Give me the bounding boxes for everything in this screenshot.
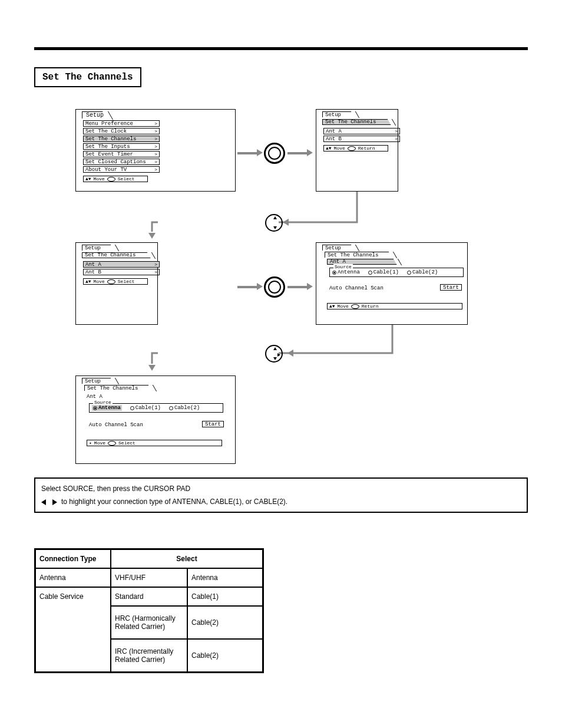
hint-bar: ▲▼MoveSelect bbox=[83, 278, 148, 285]
panel-channels-ants: Setup Set The Channels Ant A> Ant B> ▲▼M… bbox=[75, 242, 158, 325]
select-button-icon bbox=[264, 143, 285, 164]
right-arrow-icon bbox=[52, 499, 57, 505]
hint-bar: ▲▼MoveReturn bbox=[323, 145, 388, 151]
menu-item[interactable]: Ant A> bbox=[323, 128, 400, 134]
section-heading: Set The Channels bbox=[34, 67, 141, 87]
select-button-icon bbox=[264, 276, 285, 298]
source-radio-group[interactable]: Source Antenna Cable(1) Cable(2) bbox=[329, 268, 464, 277]
hint-bar: ▲▼MoveReturn bbox=[327, 303, 462, 309]
flow-diagram: Setup Menu Preference> Set The Clock> Se… bbox=[75, 109, 476, 475]
instruction-box: Select SOURCE, then press the CURSOR PAD… bbox=[34, 477, 528, 513]
connection-type-table: Connection Type Select Antenna VHF/UHF A… bbox=[34, 548, 264, 673]
start-button[interactable]: Start bbox=[202, 421, 224, 427]
menu-item-selected[interactable]: Ant A> bbox=[83, 261, 160, 268]
dpad-icon bbox=[265, 345, 283, 363]
ant-a-label: Ant A bbox=[87, 394, 103, 400]
auto-scan-label: Auto Channel Scan bbox=[329, 285, 384, 291]
hint-bar: ✦MoveSelect bbox=[87, 440, 222, 446]
table-cell: IRC (Incrementally Related Carrier) bbox=[111, 639, 187, 672]
left-arrow-icon bbox=[41, 499, 46, 505]
panel-tab: Setup bbox=[82, 111, 108, 118]
menu-item[interactable]: Set The Clock> bbox=[83, 128, 160, 134]
instruction-text: Select SOURCE, then press the CURSOR PAD bbox=[41, 485, 190, 493]
table-header: Select bbox=[111, 549, 263, 568]
menu-item[interactable]: Ant B> bbox=[323, 136, 400, 142]
menu-item-selected[interactable]: Set The Channels> bbox=[83, 136, 160, 142]
page-rule bbox=[34, 47, 528, 50]
table-cell: Cable(1) bbox=[187, 587, 263, 606]
panel-set-channels: Setup Set The Channels Ant A> Ant B> ▲▼M… bbox=[316, 109, 398, 192]
menu-item[interactable]: Ant B> bbox=[83, 269, 160, 275]
dpad-icon bbox=[265, 214, 283, 232]
instruction-text: to highlight your connection type of ANT… bbox=[61, 498, 287, 506]
table-cell: Cable(2) bbox=[187, 606, 263, 639]
source-radio-group[interactable]: Source Antenna Cable(1) Cable(2) bbox=[89, 403, 223, 413]
panel-ant-a-source-selected: Setup Set The Channels Ant A Source Ante… bbox=[75, 375, 236, 464]
table-cell: Cable Service bbox=[35, 587, 111, 672]
menu-item[interactable]: Set Closed Captions> bbox=[83, 159, 160, 165]
menu-item[interactable]: Set Event Timer> bbox=[83, 151, 160, 157]
menu-item[interactable]: About Your TV> bbox=[83, 166, 160, 173]
auto-scan-label: Auto Channel Scan bbox=[89, 422, 143, 428]
start-button[interactable]: Start bbox=[440, 284, 462, 291]
table-cell: Antenna bbox=[187, 568, 263, 587]
table-cell: Cable(2) bbox=[187, 639, 263, 672]
menu-item[interactable]: Set The Inputs> bbox=[83, 143, 160, 150]
table-cell: Antenna bbox=[35, 568, 111, 587]
panel-ant-a-source: Setup Set The Channels Ant A Source Ante… bbox=[316, 242, 468, 325]
table-cell: Standard bbox=[111, 587, 187, 606]
table-cell: VHF/UHF bbox=[111, 568, 187, 587]
panel-setup-main: Setup Menu Preference> Set The Clock> Se… bbox=[75, 109, 236, 192]
menu-item[interactable]: Menu Preference> bbox=[83, 120, 160, 127]
hint-bar: ▲▼MoveSelect bbox=[83, 176, 148, 182]
table-cell: HRC (Harmonically Related Carrier) bbox=[111, 606, 187, 639]
table-header: Connection Type bbox=[35, 549, 111, 568]
